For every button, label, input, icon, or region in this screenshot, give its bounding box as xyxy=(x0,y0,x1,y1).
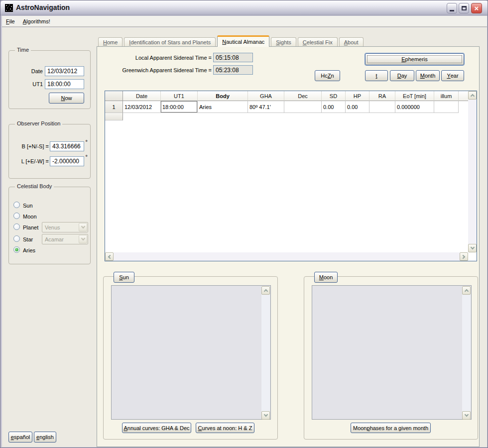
chevron-down-icon xyxy=(81,236,85,240)
chevron-down-icon xyxy=(81,224,85,228)
minimize-icon xyxy=(450,10,454,11)
date-label: Date xyxy=(14,68,43,74)
cell-date[interactable]: 12/03/2012 xyxy=(123,101,161,113)
row-number-cell[interactable]: 1 xyxy=(105,101,123,113)
scroll-up-button[interactable] xyxy=(462,286,471,295)
column-header-gha: GHA xyxy=(248,91,284,101)
cell-eot[interactable]: 0.000000 xyxy=(395,101,434,113)
cell-gha[interactable]: 80º 47.1' xyxy=(248,101,284,113)
scroll-left-button[interactable] xyxy=(105,252,114,261)
month-button[interactable]: Month xyxy=(416,70,440,81)
tab-celestial-fix[interactable]: Celestial Fix xyxy=(298,37,338,47)
planet-select-value: Venus xyxy=(45,224,60,230)
tab-nautical-almanac[interactable]: Nautical Almanac xyxy=(217,35,269,47)
ut1-label: UT1 xyxy=(14,81,43,87)
sun-button[interactable]: Sun xyxy=(114,272,134,283)
column-header-sd: SD xyxy=(322,91,346,101)
scroll-right-button[interactable] xyxy=(460,252,468,261)
radio-aries-label: Aries xyxy=(23,247,35,253)
latitude-label: B [+N/-S] = xyxy=(10,143,49,149)
planet-select-arrow-button xyxy=(79,223,87,231)
radio-aries[interactable] xyxy=(13,246,20,253)
menu-file[interactable]: File xyxy=(2,17,19,26)
chevron-down-icon xyxy=(464,413,468,417)
ephemeris-grid: Date UT1 Body GHA Dec SD HP RA EoT [min]… xyxy=(105,91,477,261)
longitude-degree-mark: º xyxy=(86,154,87,159)
chevron-up-icon xyxy=(464,289,468,293)
column-header-ut1: UT1 xyxy=(161,91,198,101)
scroll-down-button[interactable] xyxy=(261,411,270,420)
radio-planet[interactable] xyxy=(13,224,20,230)
sun-panel-scrollbar[interactable] xyxy=(261,286,270,419)
now-button[interactable]: Now xyxy=(49,93,84,104)
ut1-field[interactable] xyxy=(45,79,84,89)
celestial-body-title: Celestial Body xyxy=(15,183,54,189)
gast-label: Greenwich Apparent Sidereal Time = xyxy=(117,67,212,73)
cell-illum[interactable] xyxy=(434,101,459,113)
scroll-up-button[interactable] xyxy=(468,91,477,100)
focus-rect xyxy=(367,55,462,63)
column-header-rownum xyxy=(105,91,123,101)
hc-zn-button[interactable]: Hc Zn xyxy=(315,70,340,81)
radio-star-label: Star xyxy=(23,236,33,242)
tab-about[interactable]: About xyxy=(339,37,364,47)
cell-ra[interactable] xyxy=(369,101,395,113)
scroll-down-button[interactable] xyxy=(468,244,477,252)
year-button[interactable]: Year xyxy=(441,70,464,81)
maximize-button[interactable] xyxy=(459,3,469,13)
grid-header-row: Date UT1 Body GHA Dec SD HP RA EoT [min]… xyxy=(105,91,468,101)
chevron-up-icon xyxy=(470,94,474,98)
chevron-left-icon xyxy=(108,254,112,258)
column-header-dec: Dec xyxy=(284,91,322,101)
column-header-illum: illum xyxy=(434,91,459,101)
radio-moon[interactable] xyxy=(13,213,20,219)
radio-star[interactable] xyxy=(13,235,20,242)
moon-output-panel xyxy=(312,285,472,420)
longitude-field[interactable] xyxy=(50,156,84,166)
menu-bar: File Algorithms! xyxy=(2,16,487,27)
menu-algorithms[interactable]: Algorithms! xyxy=(19,17,54,26)
tab-sights[interactable]: Sights xyxy=(271,37,296,47)
grid-vertical-scrollbar[interactable] xyxy=(468,91,477,252)
chevron-down-icon xyxy=(470,245,474,249)
moon-phases-button[interactable]: Moon phases for a given month xyxy=(351,423,431,433)
column-header-hp: HP xyxy=(346,91,369,101)
cell-dec[interactable] xyxy=(284,101,322,113)
cell-hp[interactable]: 0.00 xyxy=(346,101,369,113)
column-header-eot: EoT [min] xyxy=(395,91,434,101)
spanish-button[interactable]: español xyxy=(8,432,32,443)
scroll-down-button[interactable] xyxy=(462,411,471,420)
time-group-title: Time xyxy=(15,47,31,53)
tab-home[interactable]: Home xyxy=(98,37,122,47)
radio-sun[interactable] xyxy=(13,202,20,208)
ephemeris-button[interactable]: Ephemeris xyxy=(365,53,464,65)
chevron-down-icon xyxy=(263,413,267,417)
title-bar[interactable]: AstroNavigation × xyxy=(0,0,488,15)
column-header-filler xyxy=(459,91,468,101)
star-select: Acamar xyxy=(42,234,88,244)
chevron-right-icon xyxy=(461,254,465,258)
cell-ut1[interactable]: 18:00:00 xyxy=(161,101,198,113)
observer-position-group: Observer Position B [+N/-S] = º L [+E/-W… xyxy=(8,124,91,179)
t-button[interactable]: t xyxy=(365,70,388,81)
day-button[interactable]: Day xyxy=(390,70,414,81)
grid-horizontal-scrollbar[interactable] xyxy=(105,252,468,261)
maximize-icon xyxy=(462,6,467,10)
scroll-up-button[interactable] xyxy=(261,286,270,295)
moon-panel-scrollbar[interactable] xyxy=(462,286,471,419)
cell-body[interactable]: Aries xyxy=(198,101,248,113)
minimize-button[interactable] xyxy=(447,3,457,13)
english-button[interactable]: english xyxy=(34,432,56,443)
tab-identification[interactable]: Identification of Stars and Planets xyxy=(124,37,216,47)
radio-moon-label: Moon xyxy=(23,214,37,220)
annual-curves-button[interactable]: Annual curves: GHA & Dec xyxy=(122,423,191,433)
moon-button[interactable]: Moon xyxy=(314,272,338,283)
noon-curves-button[interactable]: Curves at noon: H & Z xyxy=(196,423,254,433)
close-button[interactable]: × xyxy=(471,3,482,13)
date-field[interactable] xyxy=(45,66,84,76)
radio-sun-label: Sun xyxy=(23,203,33,209)
cell-sd[interactable]: 0.00 xyxy=(322,101,346,113)
latitude-degree-mark: º xyxy=(86,139,87,144)
radio-planet-label: Planet xyxy=(23,224,38,230)
latitude-field[interactable] xyxy=(50,141,84,151)
